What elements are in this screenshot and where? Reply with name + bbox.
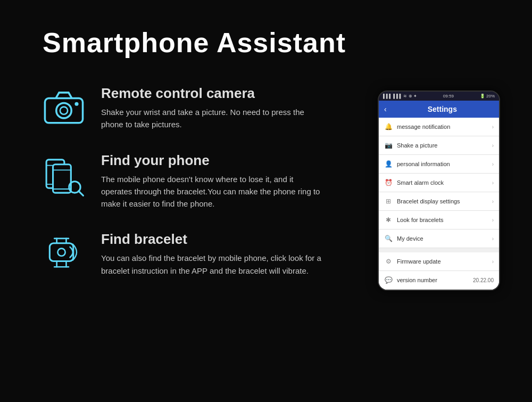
bell-icon: 🔔 — [384, 122, 393, 131]
camera-small-icon: 📷 — [384, 141, 393, 150]
svg-rect-0 — [45, 99, 82, 123]
feature-phone-content: Find your phone The mobile phone doesn't… — [101, 152, 325, 210]
arrow-icon: › — [492, 161, 494, 167]
feature-bracelet-title: Find bracelet — [101, 231, 325, 248]
arrow-icon: › — [492, 259, 494, 265]
find-bracelet-icon — [43, 234, 85, 278]
features-section: Remote control camera Shake your wrist a… — [43, 85, 325, 300]
menu-item-version: 💬 version number 20.22.00 — [379, 271, 499, 290]
phone-app-header: ‹ Settings — [379, 101, 499, 118]
svg-point-13 — [57, 249, 65, 256]
menu-item-alarm-clock[interactable]: ⏰ Smart alarm clock › — [379, 174, 499, 192]
arrow-icon: › — [492, 217, 494, 223]
svg-point-2 — [60, 107, 68, 114]
display-icon: ⊞ — [384, 197, 393, 206]
clock-icon: ⏰ — [384, 178, 393, 187]
svg-line-11 — [79, 191, 84, 195]
menu-section-divider — [379, 248, 499, 252]
feature-bracelet-content: Find bracelet You can also find the brac… — [101, 231, 325, 277]
menu-label-alarm: Smart alarm clock — [397, 179, 492, 186]
arrow-icon: › — [492, 199, 494, 204]
menu-label-device: My device — [397, 235, 492, 242]
feature-camera-title: Remote control camera — [101, 85, 325, 102]
update-icon: ⚙ — [384, 257, 393, 266]
menu-item-notification[interactable]: 🔔 message notification › — [379, 118, 499, 136]
feature-camera-content: Remote control camera Shake your wrist a… — [101, 85, 325, 131]
menu-label-display: Bracelet display settings — [397, 198, 492, 204]
version-icon: 💬 — [384, 276, 393, 284]
phone-menu-group1: 🔔 message notification › 📷 Shake a pictu… — [379, 118, 499, 248]
menu-label-version: version number — [397, 277, 473, 283]
menu-item-display-settings[interactable]: ⊞ Bracelet display settings › — [379, 192, 499, 211]
feature-bracelet-desc: You can also find the bracelet by mobile… — [101, 252, 325, 277]
feature-item-camera: Remote control camera Shake your wrist a… — [43, 85, 325, 131]
phone-menu-group2: ⚙ Firmware update › 💬 version number 20.… — [379, 252, 499, 290]
bluetooth-icon: ✱ — [384, 216, 393, 224]
menu-label-personal: personal information — [397, 161, 492, 167]
feature-item-bracelet: Find bracelet You can also find the brac… — [43, 231, 325, 278]
arrow-icon: › — [492, 143, 494, 149]
version-value: 20.22.00 — [473, 277, 494, 283]
back-button[interactable]: ‹ — [384, 105, 387, 113]
arrow-icon: › — [492, 124, 494, 130]
phone-status-bar: ▌▌▌ ▌▌▌ ≋ ⊕ ✦ 09:59 🔋 20% — [379, 92, 499, 101]
svg-point-3 — [74, 102, 78, 106]
arrow-icon: › — [492, 180, 494, 186]
battery-indicator: 🔋 20% — [480, 94, 495, 99]
svg-rect-12 — [49, 243, 73, 261]
menu-item-look-bracelets[interactable]: ✱ Look for bracelets › — [379, 211, 499, 229]
feature-phone-title: Find your phone — [101, 152, 325, 169]
person-icon: 👤 — [384, 160, 393, 168]
time-display: 09:59 — [443, 94, 454, 99]
arrow-icon: › — [492, 236, 494, 242]
device-icon: 🔍 — [384, 234, 393, 243]
menu-item-shake-picture[interactable]: 📷 Shake a picture › — [379, 136, 499, 155]
settings-title: Settings — [391, 105, 494, 113]
feature-item-phone: Find your phone The mobile phone doesn't… — [43, 152, 325, 210]
find-phone-icon — [43, 155, 85, 200]
signal-indicator: ▌▌▌ ▌▌▌ ≋ ⊕ ✦ — [383, 94, 417, 99]
menu-label-bracelets: Look for bracelets — [397, 217, 492, 223]
menu-item-personal-info[interactable]: 👤 personal information › — [379, 155, 499, 174]
feature-phone-desc: The mobile phone doesn't know where to l… — [101, 173, 325, 210]
menu-item-firmware[interactable]: ⚙ Firmware update › — [379, 252, 499, 271]
menu-item-my-device[interactable]: 🔍 My device › — [379, 229, 499, 248]
svg-point-1 — [56, 103, 71, 118]
feature-camera-desc: Shake your wrist and take a picture. No … — [101, 106, 325, 131]
menu-label-firmware: Firmware update — [397, 258, 492, 265]
camera-icon — [43, 88, 85, 128]
page-title: Smartphone Assistant — [43, 27, 346, 59]
phone-mockup: ▌▌▌ ▌▌▌ ≋ ⊕ ✦ 09:59 🔋 20% ‹ Settings 🔔 m… — [378, 91, 500, 291]
menu-label-notification: message notification — [397, 124, 492, 130]
menu-label-shake: Shake a picture — [397, 142, 492, 149]
